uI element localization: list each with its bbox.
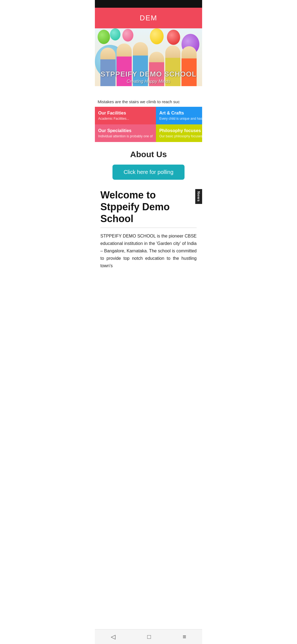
- feature-cards: Our Facilities Academic Facilities... Ar…: [95, 107, 202, 142]
- card-arts-subtitle: Every child is unique and has their ow: [159, 117, 202, 121]
- school-name: STPPEIFY DEMO SCHOOL: [95, 70, 202, 78]
- status-bar: [95, 0, 202, 8]
- card-specialities-subtitle: Individual attention is probably one of: [98, 134, 153, 138]
- school-tagline: Creating Happy Minds: [95, 79, 202, 84]
- card-arts-title: Art & Crafts: [159, 111, 202, 116]
- hero-image: STPPEIFY DEMO SCHOOL Creating Happy Mind…: [95, 28, 202, 86]
- card-philosophy-title: Philosophy focuses: [159, 128, 202, 133]
- card-specialities[interactable]: Our Specialities Individual attention is…: [95, 124, 156, 142]
- about-section: About Us Click here for polling: [95, 142, 202, 189]
- card-specialities-title: Our Specialities: [98, 128, 153, 133]
- card-arts[interactable]: Art & Crafts Every child is unique and h…: [156, 107, 202, 124]
- news-badge[interactable]: News: [195, 189, 202, 204]
- card-facilities[interactable]: Our Facilities Academic Facilities...: [95, 107, 156, 124]
- app-header: DEM: [95, 8, 202, 28]
- welcome-title: Welcome to Stppeify Demo School: [100, 189, 197, 225]
- about-title: About Us: [100, 150, 197, 159]
- welcome-section: News Welcome to Stppeify Demo School STP…: [95, 189, 202, 275]
- welcome-divider: [100, 228, 197, 228]
- hero-text-overlay: STPPEIFY DEMO SCHOOL Creating Happy Mind…: [95, 81, 202, 86]
- card-facilities-subtitle: Academic Facilities...: [98, 117, 153, 121]
- header-title: DEM: [140, 14, 157, 22]
- polling-button[interactable]: Click here for polling: [112, 165, 184, 180]
- balloon-teal: [110, 28, 120, 40]
- school-motto: Mistakes are the stairs we climb to reac…: [95, 99, 202, 107]
- card-facilities-title: Our Facilities: [98, 111, 153, 116]
- welcome-body: STPPEIFY DEMO SCHOOL is the pioneer CBSE…: [100, 232, 197, 270]
- card-philosophy[interactable]: Philosophy focuses Our basic philosophy …: [156, 124, 202, 142]
- card-philosophy-subtitle: Our basic philosophy focuses on the s: [159, 134, 202, 138]
